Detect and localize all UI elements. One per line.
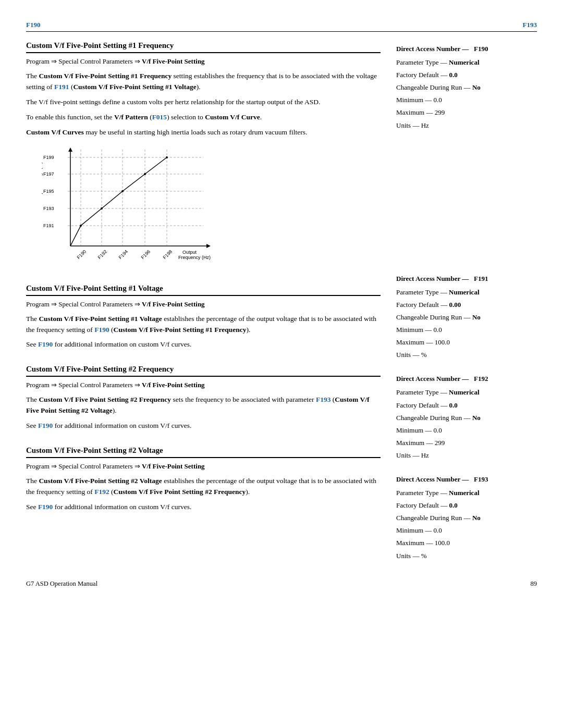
section-f191-title: Custom V/f Five-Point Setting #1 Voltage [26,284,381,296]
info-f193-min: Minimum — 0.0 [396,525,537,536]
page: F190 F193 Custom V/f Five-Point Setting … [0,0,563,603]
info-f191-title: Direct Access Number — F191 [396,273,537,285]
svg-text:F194: F194 [118,249,129,260]
header-left: F190 [26,21,40,29]
section-f193-breadcrumb: Program ⇒ Special Control Parameters ⇒ V… [26,462,381,471]
svg-marker-3 [206,244,211,248]
left-column: Custom V/f Five-Point Setting #1 Frequen… [26,41,381,572]
svg-text:F190: F190 [76,249,88,260]
section-f192-breadcrumb: Program ⇒ Special Control Parameters ⇒ V… [26,381,381,389]
svg-text:Output Voltage (%): Output Voltage (%) [42,162,43,202]
info-f193-units: Units — % [396,550,537,562]
section-f190-title: Custom V/f Five-Point Setting #1 Frequen… [26,41,381,53]
info-f190-default: Factory Default — 0.0 [396,69,537,81]
svg-point-31 [144,173,146,175]
info-f190-title: Direct Access Number — F190 [396,43,537,55]
f192-para1: The Custom V/f Five Point Setting #2 Fre… [26,394,381,416]
info-box-f193: Direct Access Number — F193 Parameter Ty… [396,472,537,562]
info-f192-min: Minimum — 0.0 [396,425,537,436]
section-f192-title: Custom V/f Five-Point Setting #2 Frequen… [26,365,381,377]
svg-point-29 [101,207,103,209]
info-f191-max: Maximum — 100.0 [396,337,537,348]
info-f190-paramtype: Parameter Type — Numerical [396,57,537,68]
svg-text:Output: Output [182,250,197,255]
info-f191-units: Units — % [396,349,537,361]
info-f193-max: Maximum — 100.0 [396,537,537,549]
svg-text:F193: F193 [43,206,54,211]
svg-point-28 [80,225,82,227]
right-column: Direct Access Number — F190 Parameter Ty… [396,41,537,572]
svg-marker-2 [68,147,72,152]
f190-para2: The V/f five-point settings define a cus… [26,97,381,108]
svg-point-30 [121,190,124,192]
info-f193-default: Factory Default — 0.0 [396,500,537,511]
f193-para1: The Custom V/f Five-Point Setting #2 Vol… [26,476,381,498]
svg-point-32 [166,156,168,158]
svg-text:F198: F198 [162,249,174,260]
info-f191-changeable: Changeable During Run — No [396,312,537,323]
info-f191-min: Minimum — 0.0 [396,324,537,336]
info-f190-max: Maximum — 299 [396,107,537,118]
footer-left: G7 ASD Operation Manual [26,580,97,588]
svg-text:F195: F195 [43,189,54,194]
svg-text:F199: F199 [43,155,54,160]
info-f191-default: Factory Default — 0.00 [396,299,537,311]
info-f190-units: Units — Hz [396,120,537,131]
info-box-f191: Direct Access Number — F191 Parameter Ty… [396,271,537,361]
chart-gap [396,142,537,267]
section-f190-breadcrumb: Program ⇒ Special Control Parameters ⇒ V… [26,57,381,66]
svg-text:F192: F192 [97,249,108,260]
info-box-f192: Direct Access Number — F192 Parameter Ty… [396,371,537,461]
header-right: F193 [523,21,537,29]
info-f192-max: Maximum — 299 [396,437,537,449]
f190-para4: Custom V/f Curves may be useful in start… [26,127,381,138]
info-f193-title: Direct Access Number — F193 [396,474,537,485]
page-footer: G7 ASD Operation Manual 89 [26,580,537,588]
f192-para2: See F190 for additional information on c… [26,421,381,431]
info-box-f190: Direct Access Number — F190 Parameter Ty… [396,41,537,131]
section-f191-breadcrumb: Program ⇒ Special Control Parameters ⇒ V… [26,300,381,309]
vf-chart: Output Voltage (%) Output Voltage (%) Ou… [42,144,219,269]
f190-para1: The Custom V/f Five-Point Setting #1 Fre… [26,71,381,93]
f191-para2: See F190 for additional information on c… [26,339,381,350]
info-f192-default: Factory Default — 0.0 [396,400,537,411]
info-f193-paramtype: Parameter Type — Numerical [396,487,537,499]
svg-text:Frequency (Hz): Frequency (Hz) [178,255,211,260]
svg-text:F191: F191 [43,223,54,228]
section-f193-title: Custom V/f Five-Point Setting #2 Voltage [26,446,381,458]
main-content: Custom V/f Five-Point Setting #1 Frequen… [26,41,537,572]
f191-para1: The Custom V/f Five-Point Setting #1 Vol… [26,314,381,336]
info-f191-paramtype: Parameter Type — Numerical [396,287,537,298]
info-f192-paramtype: Parameter Type — Numerical [396,387,537,398]
section-f192: Custom V/f Five-Point Setting #2 Frequen… [26,365,381,431]
page-header: F190 F193 [26,21,537,32]
info-f192-units: Units — Hz [396,450,537,461]
info-f190-changeable: Changeable During Run — No [396,82,537,93]
info-f190-min: Minimum — 0.0 [396,94,537,106]
f193-para2: See F190 for additional information on c… [26,502,381,513]
info-f193-changeable: Changeable During Run — No [396,512,537,524]
section-f191: Custom V/f Five-Point Setting #1 Voltage… [26,284,381,351]
svg-text:F196: F196 [140,249,152,260]
info-f192-changeable: Changeable During Run — No [396,412,537,424]
info-f192-title: Direct Access Number — F192 [396,373,537,385]
f190-para3: To enable this function, set the V/f Pat… [26,112,381,123]
section-f193: Custom V/f Five-Point Setting #2 Voltage… [26,446,381,513]
footer-right: 89 [531,580,537,588]
svg-text:F197: F197 [43,171,54,177]
section-f190: Custom V/f Five-Point Setting #1 Frequen… [26,41,381,269]
